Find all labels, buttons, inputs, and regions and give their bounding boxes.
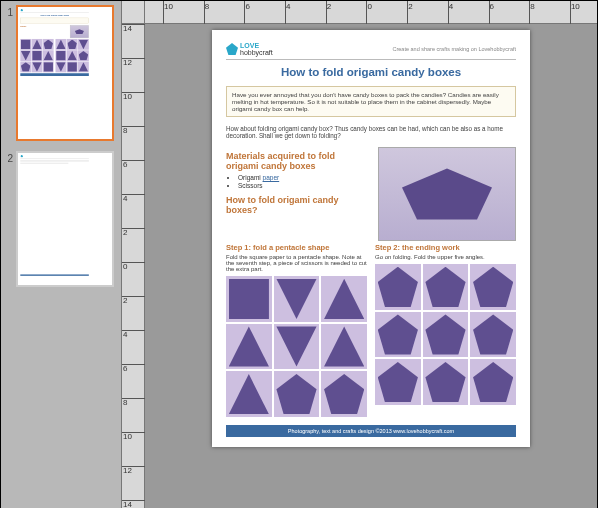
fold-image [226, 324, 272, 370]
ruler-tick: 8 [122, 126, 145, 135]
ruler-tick: 4 [122, 330, 145, 339]
lead-paragraph: How about folding origami candy box? Thu… [226, 125, 516, 139]
ruler-tick: 12 [122, 58, 145, 67]
ruler-tick: 2 [122, 296, 145, 305]
fold-image [470, 312, 516, 358]
doc-header: LOVEhobbycraft Create and share crafts m… [226, 42, 516, 60]
fold-image [375, 359, 421, 405]
list-item: Scissors [238, 182, 370, 189]
document-editor: 1 How to fold origami candy boxes Materi… [0, 0, 598, 508]
step1-grid [226, 276, 367, 417]
ruler-tick: 0 [366, 1, 371, 24]
step-1-column: Step 1: fold a pentacle shape Fold the s… [226, 241, 367, 417]
ruler-tick: 6 [489, 1, 494, 24]
fold-image [226, 276, 272, 322]
step1-title: Step 1: fold a pentacle shape [226, 243, 367, 252]
fold-image [321, 324, 367, 370]
ruler-corner [122, 1, 144, 24]
page-thumbnail-1[interactable]: How to fold origami candy boxes Material… [16, 5, 114, 141]
step2-grid [375, 264, 516, 405]
ruler-tick: 2 [122, 228, 145, 237]
ruler-tick: 12 [122, 466, 145, 475]
logo: LOVEhobbycraft [226, 42, 273, 56]
fold-image [375, 264, 421, 310]
vertical-ruler[interactable]: 14 12 10 8 6 4 2 0 2 4 6 8 10 12 14 [121, 1, 145, 508]
fold-image [470, 264, 516, 310]
horizontal-ruler[interactable]: 10 8 6 4 2 0 2 4 6 8 10 [145, 1, 597, 24]
ruler-tick: 10 [570, 1, 580, 24]
ruler-tick: 4 [122, 194, 145, 203]
fold-image [423, 312, 469, 358]
fold-image [274, 371, 320, 417]
ruler-tick: 14 [122, 24, 145, 33]
ruler-tick: 4 [285, 1, 290, 24]
step1-desc: Fold the square paper to a pentacle shap… [226, 254, 367, 272]
hero-image [378, 147, 516, 241]
doc-title: How to fold origami candy boxes [226, 66, 516, 78]
fold-image [470, 359, 516, 405]
step2-title: Step 2: the ending work [375, 243, 516, 252]
list-item: Origami paper [238, 174, 370, 181]
fold-image [423, 359, 469, 405]
ruler-tick: 0 [122, 262, 145, 271]
page-number: 1 [3, 5, 13, 18]
ruler-tick: 2 [326, 1, 331, 24]
logo-text: LOVEhobbycraft [240, 42, 273, 56]
intro-box: Have you ever annoyed that you don't hav… [226, 86, 516, 117]
page-1[interactable]: LOVEhobbycraft Create and share crafts m… [212, 30, 530, 447]
ruler-tick: 8 [529, 1, 534, 24]
fold-image [321, 276, 367, 322]
page-thumbnail-2[interactable] [16, 151, 114, 287]
ruler-tick: 14 [122, 500, 145, 508]
ruler-tick: 6 [122, 364, 145, 373]
step2-desc: Go on folding. Fold the upper five angle… [375, 254, 516, 260]
page-thumbnail-panel: 1 How to fold origami candy boxes Materi… [1, 1, 121, 508]
ruler-tick: 2 [407, 1, 412, 24]
ruler-tick: 10 [163, 1, 173, 24]
step-2-column: Step 2: the ending work Go on folding. F… [375, 241, 516, 417]
fold-image [274, 276, 320, 322]
fold-image [423, 264, 469, 310]
paper-link[interactable]: paper [263, 174, 280, 181]
section-howto: How to fold origami candy boxes? [226, 195, 370, 215]
logo-bird-icon [226, 43, 238, 55]
tagline: Create and share crafts making on Loveho… [392, 46, 516, 52]
ruler-tick: 4 [448, 1, 453, 24]
ruler-tick: 10 [122, 432, 145, 441]
ruler-tick: 8 [122, 398, 145, 407]
materials-list: Origami paper Scissors [238, 174, 370, 189]
ruler-tick: 6 [122, 160, 145, 169]
fold-image [274, 324, 320, 370]
ruler-tick: 6 [244, 1, 249, 24]
canvas-stage[interactable]: LOVEhobbycraft Create and share crafts m… [145, 24, 597, 508]
fold-image [226, 371, 272, 417]
section-materials: Materials acquired to fold origami candy… [226, 151, 370, 171]
ruler-tick: 10 [122, 92, 145, 101]
fold-image [375, 312, 421, 358]
page-number: 2 [3, 151, 13, 164]
doc-footer: Photography, text and crafts design ©201… [226, 425, 516, 437]
fold-image [321, 371, 367, 417]
ruler-tick: 8 [204, 1, 209, 24]
